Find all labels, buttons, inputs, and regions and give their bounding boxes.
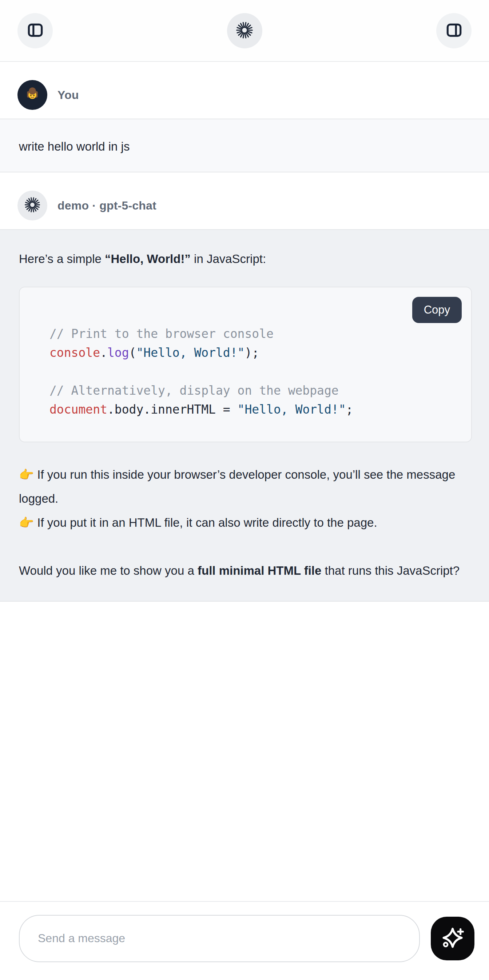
assistant-tips-paragraph: 👉 If you run this inside your browser’s … (19, 463, 472, 535)
assistant-avatar (18, 191, 47, 220)
chat-scroll-area[interactable]: You write hello world in js demo · gpt-5… (0, 62, 489, 980)
panel-left-icon (26, 21, 45, 40)
user-message: write hello world in js (0, 119, 489, 172)
code-line: // Print to the browser console (49, 325, 457, 344)
assistant-closing-paragraph: Would you like me to show you a full min… (19, 559, 472, 583)
code-token: ); (244, 345, 259, 360)
code-line: console.log("Hello, World!"); (49, 344, 457, 362)
assistant-role-row: demo · gpt-5-chat (0, 172, 489, 229)
intro-text-post: in JavaScript: (191, 252, 266, 266)
intro-text-bold: “Hello, World!” (105, 252, 191, 266)
closing-text-bold: full minimal HTML file (198, 564, 321, 577)
code-line (49, 362, 457, 381)
intro-text-pre: Here’s a simple (19, 252, 105, 266)
starburst-icon (236, 21, 253, 40)
code-token: console (49, 345, 100, 360)
user-avatar (18, 80, 47, 110)
assistant-author-label: demo · gpt-5-chat (57, 199, 156, 212)
starburst-icon (24, 196, 41, 215)
code-token: . (100, 345, 107, 360)
code-line: document.body.innerHTML = "Hello, World!… (49, 400, 457, 419)
assistant-message: Here’s a simple “Hello, World!” in JavaS… (0, 229, 489, 602)
user-role-row: You (0, 62, 489, 119)
top-bar (0, 0, 489, 62)
code-block: Copy // Print to the browser consolecons… (19, 286, 472, 442)
copy-code-button[interactable]: Copy (412, 297, 462, 323)
code-token: "Hello, World!" (136, 345, 244, 360)
message-input[interactable] (19, 915, 420, 962)
panel-right-icon (445, 21, 463, 40)
code-token: .body.innerHTML = (107, 402, 237, 417)
code-content: // Print to the browser consoleconsole.l… (49, 325, 457, 419)
tip-line: 👉 If you run this inside your browser’s … (19, 463, 472, 511)
sparkle-icon (441, 926, 465, 951)
code-token: document (49, 402, 107, 417)
closing-text-pre: Would you like me to show you a (19, 564, 198, 577)
send-button[interactable] (431, 917, 475, 960)
code-token: "Hello, World!" (237, 402, 346, 417)
sidebar-toggle-button[interactable] (18, 13, 53, 48)
code-token: // Alternatively, display on the webpage (49, 383, 339, 398)
app-logo-button[interactable] (227, 13, 262, 48)
tip-line: 👉 If you put it in an HTML file, it can … (19, 511, 472, 535)
code-token: ; (346, 402, 353, 417)
composer-bar (0, 901, 489, 980)
right-panel-toggle-button[interactable] (436, 13, 471, 48)
assistant-intro-paragraph: Here’s a simple “Hello, World!” in JavaS… (19, 250, 472, 268)
code-token: // Print to the browser console (49, 327, 274, 341)
code-token: log (107, 345, 129, 360)
person-emoji-avatar (23, 85, 41, 105)
code-line: // Alternatively, display on the webpage (49, 381, 457, 400)
code-token: ( (129, 345, 137, 360)
user-message-text: write hello world in js (19, 140, 129, 153)
user-author-label: You (57, 88, 79, 102)
closing-text-post: that runs this JavaScript? (321, 564, 460, 577)
